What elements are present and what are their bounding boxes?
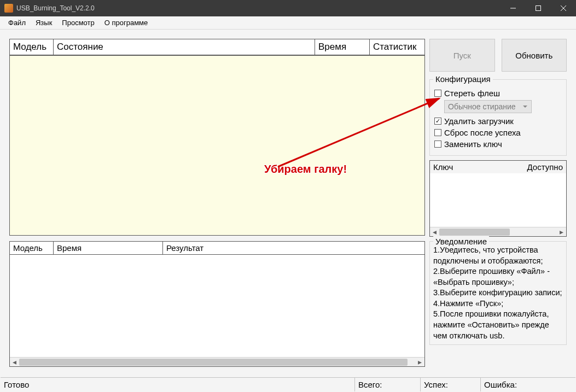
- window-controls: [501, 0, 576, 16]
- keys-grid: Ключ Доступно ◂ ▸: [429, 160, 567, 237]
- notice-body: 1.Убедитесь, что устройства подключены и…: [433, 245, 563, 341]
- status-ready: Готово: [1, 378, 355, 391]
- menu-about[interactable]: О программе: [100, 17, 153, 28]
- col-model[interactable]: Модель: [10, 39, 54, 55]
- erase-flash-row[interactable]: Стереть флеш: [434, 89, 562, 98]
- erase-flash-checkbox[interactable]: [434, 90, 441, 97]
- col-key[interactable]: Ключ: [430, 161, 522, 173]
- notice-line: 2.Выберите прошивку «Файл» - «Выбрать пр…: [433, 266, 563, 288]
- results-grid: Модель Время Результат ◂ ▸: [9, 241, 425, 367]
- erase-mode-value: Обычное стирание: [448, 102, 516, 111]
- refresh-button[interactable]: Обновить: [502, 39, 567, 72]
- col-state[interactable]: Состояние: [54, 39, 315, 55]
- svg-rect-1: [536, 6, 541, 11]
- menu-file[interactable]: Файл: [3, 17, 31, 28]
- erase-bootloader-row[interactable]: Удалить загрузчик: [434, 116, 562, 126]
- replace-key-label: Заменить ключ: [444, 139, 502, 149]
- devices-grid-header: Модель Состояние Время Статистик: [10, 39, 424, 55]
- app-icon: [4, 4, 13, 13]
- notice-line: 3.Выберите конфигурацию записи;: [433, 288, 563, 299]
- menu-lang[interactable]: Язык: [31, 17, 57, 28]
- erase-bootloader-label: Удалить загрузчик: [444, 116, 514, 126]
- reset-after-label: Сброс после успеха: [444, 128, 521, 137]
- minimize-button[interactable]: [501, 0, 526, 16]
- col-result[interactable]: Результат: [163, 242, 424, 255]
- notice-line: 5.После прошивки пожалуйста, нажмите «Ос…: [433, 309, 563, 341]
- titlebar: USB_Burning_Tool_V2.2.0: [0, 0, 576, 16]
- col-model[interactable]: Модель: [10, 242, 54, 255]
- col-time[interactable]: Время: [315, 39, 370, 55]
- col-time[interactable]: Время: [54, 242, 163, 255]
- config-title: Конфигурация: [433, 74, 493, 84]
- start-button[interactable]: Пуск: [429, 39, 495, 72]
- maximize-button[interactable]: [526, 0, 551, 16]
- notice-group: Уведомление 1.Убедитесь, что устройства …: [429, 241, 567, 345]
- status-total: Всего:: [355, 378, 421, 391]
- menubar: Файл Язык Просмотр О программе: [0, 16, 576, 30]
- notice-line: 1.Убедитесь, что устройства подключены и…: [433, 245, 563, 266]
- results-hscroll[interactable]: ◂ ▸: [10, 357, 424, 366]
- keys-hscroll[interactable]: ◂ ▸: [430, 227, 566, 236]
- scroll-right-icon[interactable]: ▸: [557, 227, 566, 237]
- erase-flash-label: Стереть флеш: [444, 89, 500, 98]
- reset-after-row[interactable]: Сброс после успеха: [434, 128, 562, 137]
- col-avail[interactable]: Доступно: [522, 161, 566, 173]
- notice-title: Уведомление: [433, 236, 489, 247]
- notice-line: 4.Нажмите «Пуск»;: [433, 299, 563, 309]
- replace-key-row[interactable]: Заменить ключ: [434, 139, 562, 149]
- status-error: Ошибка:: [481, 378, 575, 391]
- results-grid-body[interactable]: [10, 255, 424, 357]
- window-title: USB_Burning_Tool_V2.2.0: [16, 4, 501, 12]
- menu-view[interactable]: Просмотр: [57, 17, 99, 28]
- statusbar: Готово Всего: Успех: Ошибка:: [1, 377, 575, 391]
- scroll-left-icon[interactable]: ◂: [10, 358, 19, 367]
- keys-grid-header: Ключ Доступно: [430, 161, 566, 173]
- replace-key-checkbox[interactable]: [434, 141, 441, 148]
- status-success: Успех:: [421, 378, 481, 391]
- scroll-left-icon[interactable]: ◂: [430, 227, 439, 237]
- devices-grid-body[interactable]: [10, 55, 424, 235]
- col-stats[interactable]: Статистик: [370, 39, 424, 55]
- close-button[interactable]: [551, 0, 576, 16]
- erase-bootloader-checkbox[interactable]: [434, 118, 441, 125]
- devices-grid: Модель Состояние Время Статистик: [9, 39, 425, 236]
- results-grid-header: Модель Время Результат: [10, 242, 424, 255]
- keys-grid-body[interactable]: [430, 173, 566, 227]
- scroll-right-icon[interactable]: ▸: [415, 358, 424, 367]
- reset-after-checkbox[interactable]: [434, 129, 441, 136]
- config-group: Конфигурация Стереть флеш Обычное стиран…: [429, 79, 567, 156]
- erase-mode-select[interactable]: Обычное стирание: [444, 100, 532, 113]
